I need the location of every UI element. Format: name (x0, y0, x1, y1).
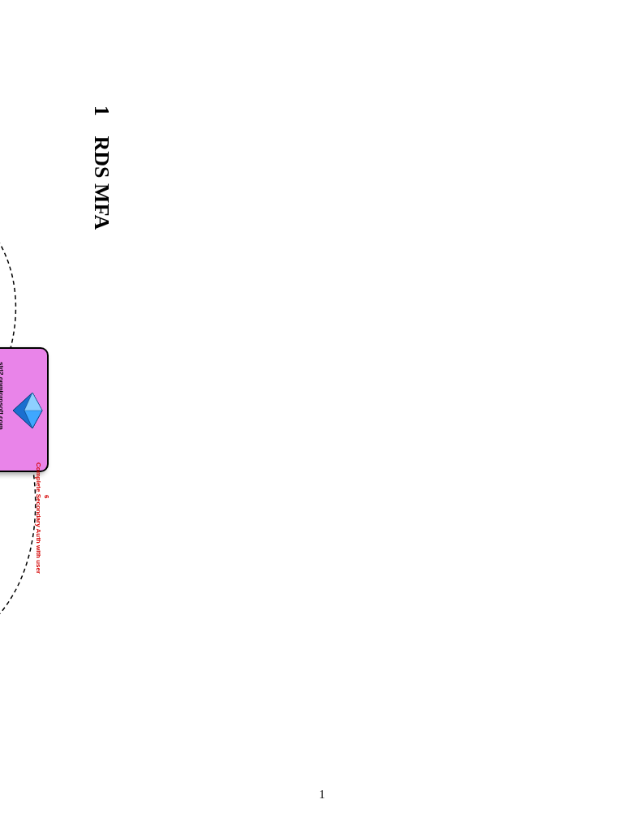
page: 1 RDS MFA (0, 0, 644, 834)
section-heading: 1 RDS MFA (89, 105, 114, 722)
label-secondary-auth: Complete Secondary Auth with user (35, 462, 42, 574)
azure-icon (11, 388, 44, 433)
page-number: 1 (0, 789, 644, 802)
section-title: RDS MFA (90, 136, 114, 230)
diagram-canvas: std2.onmicrosoft.com ✎Azure AD MICROSOFT… (0, 105, 73, 722)
section-number: 1 (90, 105, 114, 116)
azure-domain: std2.onmicrosoft.com (0, 362, 5, 430)
rotated-figure: 1 RDS MFA (0, 105, 114, 722)
azure-box: std2.onmicrosoft.com ✎Azure AD MICROSOFT… (0, 347, 49, 472)
label-step6-num: 6 (43, 495, 50, 498)
